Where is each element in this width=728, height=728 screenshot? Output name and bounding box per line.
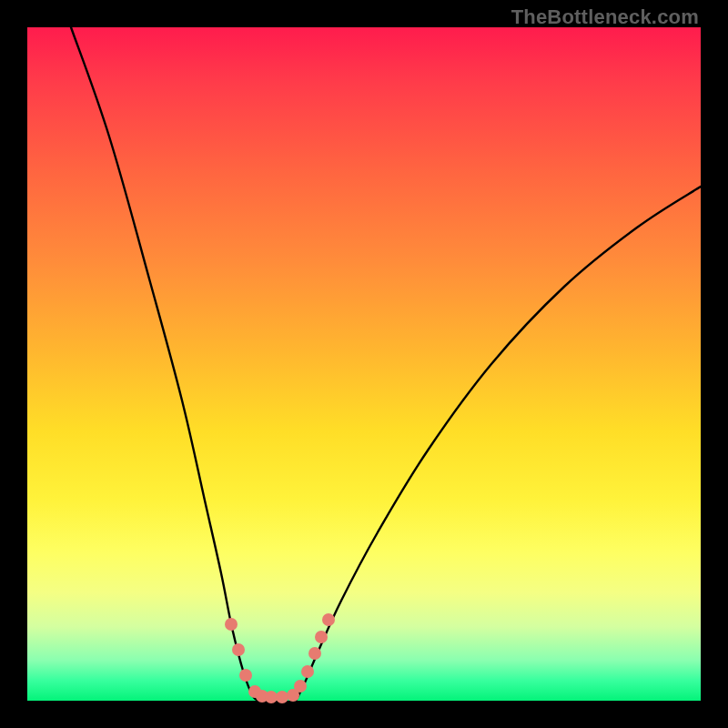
marker-dot — [301, 665, 314, 678]
plot-area — [27, 27, 701, 701]
marker-dot — [315, 631, 328, 643]
marker-group — [225, 613, 335, 703]
marker-dot — [308, 647, 321, 660]
curve-layer — [27, 27, 701, 701]
outer-frame: TheBottleneck.com — [0, 0, 728, 728]
right-branch-path — [296, 187, 701, 701]
left-branch-path — [71, 27, 259, 701]
marker-dot — [232, 643, 245, 656]
watermark-text: TheBottleneck.com — [511, 5, 699, 29]
marker-dot — [322, 613, 335, 626]
marker-dot — [239, 669, 252, 682]
marker-dot — [294, 680, 307, 693]
marker-dot — [265, 691, 278, 703]
marker-dot — [276, 691, 288, 703]
marker-dot — [225, 618, 238, 631]
